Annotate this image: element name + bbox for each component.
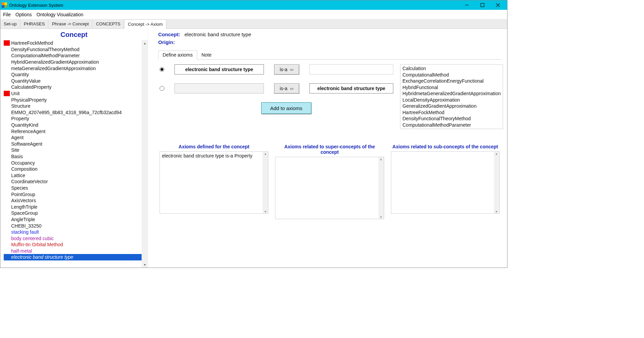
list-item[interactable]: Unit	[4, 90, 142, 97]
list-item-label: metaGeneralizedGradientApproximation	[11, 66, 96, 71]
list-item[interactable]: SpaceGroup	[4, 210, 142, 216]
maximize-button[interactable]	[475, 0, 490, 10]
list-item[interactable]: Lattice	[4, 172, 142, 178]
list-item-label: SpaceGroup	[11, 210, 38, 216]
candidate-item[interactable]: Calculation	[402, 65, 501, 72]
list-item[interactable]: QuantityKind	[4, 122, 142, 128]
relation-label: is-a	[280, 86, 288, 91]
menu-file[interactable]: File	[3, 12, 11, 17]
candidate-item[interactable]: ComputationalMethod	[402, 72, 501, 78]
list-item[interactable]: HybridGeneralizedGradientApproximation	[4, 59, 142, 65]
list-item-label: ReferenceAgent	[11, 129, 45, 134]
subtab-note[interactable]: Note	[197, 50, 216, 59]
list-item[interactable]: EMMO_4207e895_8b83_4318_996a_72cfb32acd9…	[4, 109, 142, 116]
list-item-label: AngleTriple	[11, 217, 35, 222]
list-item-label: PhysicalProperty	[11, 97, 47, 103]
scrollbar[interactable]: ▴▾	[263, 152, 268, 213]
list-item-label: stacking fault	[11, 229, 39, 235]
menu-ontology-visualization[interactable]: Ontology Visualization	[37, 12, 83, 17]
candidate-item[interactable]: GeneralizedGradientApproximation	[402, 103, 501, 109]
list-item[interactable]: Species	[4, 185, 142, 191]
list-item[interactable]: AxisVectors	[4, 197, 142, 204]
list-item[interactable]: Composition	[4, 166, 142, 172]
concept-list[interactable]: HartreeFockMethodDensityFunctionalTheory…	[0, 40, 142, 268]
list-item-label: QuantityValue	[11, 78, 41, 84]
defined-axioms-list[interactable]: electronic band structure type is-a Prop…	[160, 151, 268, 214]
list-item[interactable]: Quantity	[4, 71, 142, 78]
list-item[interactable]: Agent	[4, 134, 142, 141]
list-item[interactable]: electronic band structure type	[4, 254, 142, 260]
tab-concepts[interactable]: CONCEPTS	[92, 19, 124, 28]
list-item-label: DensityFunctionalTheoryMethod	[11, 47, 80, 52]
scroll-up-icon[interactable]: ▴	[142, 40, 148, 46]
list-item[interactable]: PointGroup	[4, 191, 142, 197]
list-item[interactable]: DensityFunctionalTheoryMethod	[4, 46, 142, 53]
marker-icon	[4, 210, 10, 216]
scrollbar[interactable]: ▴▾	[494, 152, 499, 213]
list-item[interactable]: Basis	[4, 153, 142, 160]
list-item[interactable]: CoordinateVector	[4, 178, 142, 185]
list-item[interactable]: SoftwareAgent	[4, 141, 142, 147]
list-item-label: HybridGeneralizedGradientApproximation	[11, 59, 99, 65]
candidate-item[interactable]: DensityFunctionalTheoryMethod	[402, 115, 501, 122]
list-item[interactable]: half-metal	[4, 248, 142, 254]
candidate-item[interactable]: ExchangeCorrelationEnergyFunctional	[402, 78, 501, 84]
list-item-label: Structure	[11, 103, 30, 109]
scroll-down-icon[interactable]: ▾	[142, 261, 148, 268]
list-item[interactable]: body centered cubic	[4, 235, 142, 241]
list-item[interactable]: AngleTriple	[4, 216, 142, 223]
candidate-item[interactable]: HybridFunctional	[402, 84, 501, 91]
marker-icon	[4, 103, 10, 109]
marker-icon	[4, 72, 10, 77]
relation-selector-1[interactable]: is-a ▭	[274, 64, 299, 75]
close-button[interactable]	[490, 0, 506, 10]
candidate-item[interactable]: HartreeFockMethod	[402, 109, 501, 116]
list-item-label: ComputationalMethodParameter	[11, 53, 80, 58]
list-item[interactable]: metaGeneralizedGradientApproximation	[4, 65, 142, 71]
tab-phrases[interactable]: PHRASES	[20, 19, 48, 28]
list-item[interactable]: PhysicalProperty	[4, 97, 142, 103]
candidate-item[interactable]: LocalDensityApproximation	[402, 97, 501, 103]
marker-icon	[4, 185, 10, 191]
window-title: Ontology Extension System	[9, 3, 63, 8]
relation-selector-2[interactable]: is-a ▭	[274, 83, 299, 93]
list-item-label: electronic band structure type	[11, 254, 74, 260]
list-item[interactable]: CalculatedProperty	[4, 84, 142, 90]
concept-panel: Concept HartreeFockMethodDensityFunction…	[0, 29, 148, 268]
menubar: File Options Ontology Visualization	[0, 10, 507, 19]
defined-axioms-heading: Axioms defined for the concept	[160, 144, 268, 149]
tab-concept-to-axiom[interactable]: Concept -> Axiom	[124, 19, 166, 29]
menu-options[interactable]: Options	[16, 12, 32, 17]
list-item[interactable]: ReferenceAgent	[4, 128, 142, 134]
list-item[interactable]: stacking fault	[4, 229, 142, 235]
tab-setup[interactable]: Set-up	[0, 19, 20, 28]
list-item[interactable]: LengthTriple	[4, 204, 142, 210]
list-item[interactable]: Property	[4, 115, 142, 122]
list-item[interactable]: CHEBI_33250	[4, 223, 142, 229]
tab-phrase-to-concept[interactable]: Phrase -> Concept	[48, 19, 92, 28]
scrollbar[interactable]: ▴▾	[378, 157, 384, 219]
minimize-button[interactable]	[459, 0, 475, 10]
axiom-mode-object-radio[interactable]	[160, 86, 164, 91]
marker-icon	[4, 91, 10, 96]
list-item[interactable]: Muffin-tin Orbital Method	[4, 241, 142, 248]
candidate-item[interactable]: HybridmetaGeneralizedGradientApproximati…	[402, 90, 501, 97]
list-item-label: Quantity	[11, 72, 29, 77]
list-item[interactable]: Occupancy	[4, 160, 142, 166]
axiom-mode-subject-radio[interactable]	[160, 67, 164, 72]
list-item[interactable]: QuantityValue	[4, 78, 142, 84]
svg-rect-0	[2, 2, 4, 5]
concept-list-scrollbar[interactable]: ▴ ▾	[142, 40, 148, 268]
candidate-item[interactable]: ComputationalMethodParameter	[402, 122, 501, 128]
list-item[interactable]: Structure	[4, 103, 142, 109]
list-item[interactable]: Site	[4, 147, 142, 153]
list-item[interactable]: HartreeFockMethod	[4, 40, 142, 46]
axiom-item[interactable]: electronic band structure type is-a Prop…	[162, 153, 266, 159]
list-item[interactable]: ComputationalMethodParameter	[4, 52, 142, 59]
candidate-concept-list[interactable]: CalculationComputationalMethodExchangeCo…	[400, 64, 503, 129]
super-axioms-list[interactable]: ▴▾	[275, 157, 384, 219]
subtab-define-axioms[interactable]: Define axioms	[158, 50, 197, 60]
sub-axioms-list[interactable]: ▴▾	[391, 151, 500, 214]
object-input-1[interactable]	[309, 64, 393, 75]
add-to-axioms-button[interactable]: Add to axioms	[261, 102, 311, 114]
